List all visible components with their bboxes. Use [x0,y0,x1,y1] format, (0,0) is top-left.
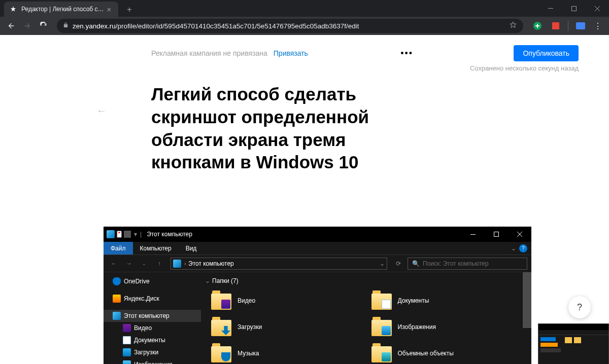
folder-downloads[interactable]: Загрузки [211,316,371,338]
help-icon[interactable]: ? [519,244,527,252]
forward-button[interactable] [20,19,35,33]
breadcrumb-text: Этот компьютер [188,260,234,267]
page-content: Рекламная кампания не привязана Привязат… [0,35,609,364]
explorer-navbar: ← → ⌄ ↑ › Этот компьютер ⌄ ⟳ 🔍 Поиск: Эт… [104,255,531,272]
separator [568,21,568,31]
downloads-icon [123,348,131,356]
sidebar-item-onedrive[interactable]: OneDrive [104,275,201,287]
browser-tab[interactable]: Редактор | Легкий способ сдела × [4,2,118,17]
explorer-up-button[interactable]: ↑ [153,258,165,270]
yadisk-icon [113,295,121,303]
explorer-back-button[interactable]: ← [108,258,120,270]
ribbon-tab-view[interactable]: Вид [179,242,204,254]
campaign-link[interactable]: Привязать [274,49,308,57]
sidebar-item-thispc[interactable]: Этот компьютер [104,310,201,322]
ribbon-tab-file[interactable]: Файл [104,242,133,254]
explorer-address-bar[interactable]: › Этот компьютер ⌄ [171,258,387,270]
browser-titlebar: Редактор | Легкий способ сдела × + [0,0,609,17]
extension-green-icon[interactable] [530,19,545,33]
ribbon-expand-icon[interactable]: ⌄ [511,245,516,252]
folder-documents[interactable]: Документы [371,289,532,312]
lock-icon [63,22,69,30]
chevron-down-icon: ⌄ [205,277,210,284]
explorer-sidebar: OneDrive Яндекс.Диск Этот компьютер Виде… [104,272,201,364]
svg-rect-3 [118,232,120,233]
sidebar-item-video[interactable]: Видео [104,322,201,334]
minimize-button[interactable] [539,0,562,17]
tab-close-button[interactable]: × [105,5,113,13]
qat-icon [124,231,131,238]
back-button[interactable] [4,19,18,33]
explorer-body: OneDrive Яндекс.Диск Этот компьютер Виде… [104,272,531,364]
explorer-minimize-button[interactable] [461,227,485,242]
sidebar-item-documents[interactable]: Документы [104,334,201,346]
documents-icon [123,336,131,344]
address-bar[interactable]: zen.yandex.ru/profile/editor/id/595d4570… [57,19,523,33]
browser-toolbar: zen.yandex.ru/profile/editor/id/595d4570… [0,17,609,35]
svg-rect-0 [548,8,553,9]
onedrive-icon [113,277,121,285]
more-button[interactable]: ••• [396,46,417,61]
extension-red-icon[interactable] [549,19,563,33]
editor-back-button[interactable]: ← [96,105,107,117]
help-float-button[interactable]: ? [568,296,591,318]
search-placeholder: Поиск: Этот компьютер [423,260,489,267]
sidebar-item-downloads[interactable]: Загрузки [104,346,201,358]
folder-music[interactable]: Музыка [211,342,371,364]
scrollbar[interactable] [523,272,531,364]
article-title[interactable]: Легкий способ сделать скриншот определен… [0,72,442,174]
svg-rect-2 [117,231,121,237]
explorer-title: Этот компьютер [147,231,192,238]
close-button[interactable] [586,0,609,17]
explorer-titlebar[interactable]: ▾ | Этот компьютер [104,227,531,242]
explorer-window: ▾ | Этот компьютер Файл Компьютер Вид ⌄ … [104,227,531,364]
publish-button[interactable]: Опубликовать [514,45,579,61]
explorer-refresh-button[interactable]: ⟳ [392,260,404,267]
reload-button[interactable] [37,19,51,33]
svg-rect-4 [470,234,476,235]
saved-status: Сохранено несколько секунд назад [0,61,609,72]
folder-video[interactable]: Видео [211,289,371,312]
explorer-history-dropdown[interactable]: ⌄ [138,258,150,270]
explorer-main: ⌄ Папки (7) Видео Документы Загрузки Изо… [201,272,531,364]
breadcrumb-icon [173,260,181,268]
quick-access-icon [117,231,122,238]
search-icon: 🔍 [412,260,420,267]
breadcrumb-dropdown-icon[interactable]: ⌄ [380,260,385,267]
maximize-button[interactable] [562,0,586,17]
browser-menu-button[interactable]: ⋮ [591,19,605,33]
sidebar-item-images[interactable]: Изображения [104,358,201,364]
explorer-app-icon [107,230,115,238]
editor-header: Рекламная кампания не привязана Привязат… [0,35,609,61]
video-icon [123,324,131,332]
section-header[interactable]: ⌄ Папки (7) [201,276,531,289]
thispc-icon [113,312,121,320]
explorer-maximize-button[interactable] [485,227,508,242]
folder-images[interactable]: Изображения [371,316,532,338]
explorer-close-button[interactable] [508,227,531,242]
folder-3d[interactable]: Объемные объекты [371,342,532,364]
screenshot-thumbnail[interactable] [538,323,609,364]
new-tab-button[interactable]: + [122,3,137,17]
svg-rect-1 [572,6,577,11]
explorer-ribbon: Файл Компьютер Вид ⌄ ? [104,242,531,255]
explorer-search[interactable]: 🔍 Поиск: Этот компьютер [408,258,527,270]
campaign-status: Рекламная кампания не привязана [151,49,267,57]
explorer-forward-button[interactable]: → [123,258,135,270]
tab-title: Редактор | Легкий способ сдела [21,6,105,13]
sidebar-item-yadisk[interactable]: Яндекс.Диск [104,293,201,305]
extension-screens-icon[interactable] [573,19,588,33]
tab-favicon [9,5,17,13]
images-icon [123,360,131,364]
svg-rect-5 [494,232,499,237]
qat-dropdown-icon[interactable]: ▾ [134,231,137,238]
url-text: zen.yandex.ru/profile/editor/id/595d4570… [73,22,359,30]
ribbon-tab-computer[interactable]: Компьютер [133,242,179,254]
bookmark-star-icon[interactable] [509,21,517,31]
